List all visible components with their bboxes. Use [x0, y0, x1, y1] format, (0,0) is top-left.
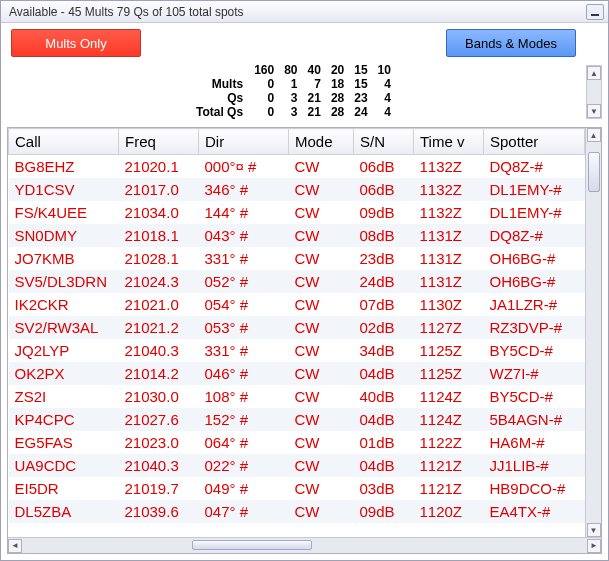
cell-dir: 054° #: [199, 293, 289, 316]
table-row[interactable]: EG5FAS21023.0064° #CW01dB1122ZHA6M-#: [9, 431, 585, 454]
bands-modes-button[interactable]: Bands & Modes: [446, 29, 576, 57]
cell-mode: CW: [289, 270, 354, 293]
column-header[interactable]: Freq: [119, 129, 199, 155]
cell-freq: 21021.0: [119, 293, 199, 316]
cell-dir: 108° #: [199, 385, 289, 408]
table-row[interactable]: KP4CPC21027.6152° #CW04dB1124Z5B4AGN-#: [9, 408, 585, 431]
scroll-down-icon[interactable]: ▼: [587, 104, 601, 118]
scroll-down-icon[interactable]: ▼: [587, 523, 601, 537]
scrollbar-track[interactable]: [587, 142, 601, 523]
cell-time: 1131Z: [414, 270, 484, 293]
cell-dir: 052° #: [199, 270, 289, 293]
column-header[interactable]: Spotter: [484, 129, 585, 155]
cell-dir: 152° #: [199, 408, 289, 431]
cell-call: YD1CSV: [9, 178, 119, 201]
column-header[interactable]: Call: [9, 129, 119, 155]
cell-spotter: HB9DCO-#: [484, 477, 585, 500]
cell-call: OK2PX: [9, 362, 119, 385]
summary-cell: 23: [349, 91, 372, 105]
cell-sn: 09dB: [354, 500, 414, 523]
cell-dir: 331° #: [199, 247, 289, 270]
table-row[interactable]: SN0DMY21018.1043° #CW08dB1131ZDQ8Z-#: [9, 224, 585, 247]
table-row[interactable]: JQ2LYP21040.3331° #CW34dB1125ZBY5CD-#: [9, 339, 585, 362]
cell-spotter: OH6BG-#: [484, 247, 585, 270]
summary-cell: 21: [303, 91, 326, 105]
cell-spotter: JA1LZR-#: [484, 293, 585, 316]
scrollbar-thumb[interactable]: [588, 152, 600, 192]
table-row[interactable]: JO7KMB21028.1331° #CW23dB1131ZOH6BG-#: [9, 247, 585, 270]
table-row[interactable]: SV5/DL3DRN21024.3052° #CW24dB1131ZOH6BG-…: [9, 270, 585, 293]
cell-freq: 21019.7: [119, 477, 199, 500]
scrollbar-track[interactable]: [22, 539, 587, 553]
cell-call: EI5DR: [9, 477, 119, 500]
cell-sn: 04dB: [354, 454, 414, 477]
column-header[interactable]: S/N: [354, 129, 414, 155]
band-header: 20: [326, 63, 349, 77]
horizontal-scrollbar[interactable]: ◄ ►: [8, 537, 601, 553]
table-row[interactable]: DL5ZBA21039.6047° #CW09dB1120ZEA4TX-#: [9, 500, 585, 523]
mults-only-button[interactable]: Mults Only: [11, 29, 141, 57]
cell-sn: 34dB: [354, 339, 414, 362]
table-row[interactable]: EI5DR21019.7049° #CW03dB1121ZHB9DCO-#: [9, 477, 585, 500]
scroll-up-icon[interactable]: ▲: [587, 128, 601, 142]
summary-table: 1608040201510Mults01718154Qs032128234Tot…: [191, 63, 396, 119]
summary-cell: 1: [279, 77, 302, 91]
scrollbar-thumb[interactable]: [192, 540, 312, 550]
cell-mode: CW: [289, 293, 354, 316]
table-header-row: CallFreqDirModeS/NTime vSpotter: [9, 129, 585, 155]
cell-mode: CW: [289, 385, 354, 408]
table-row[interactable]: OK2PX21014.2046° #CW04dB1125ZWZ7I-#: [9, 362, 585, 385]
summary-cell: 0: [249, 105, 279, 119]
cell-sn: 23dB: [354, 247, 414, 270]
cell-time: 1132Z: [414, 178, 484, 201]
cell-call: DL5ZBA: [9, 500, 119, 523]
summary-cell: 28: [326, 91, 349, 105]
summary-cell: 4: [373, 91, 396, 105]
cell-spotter: RZ3DVP-#: [484, 316, 585, 339]
summary-cell: 7: [303, 77, 326, 91]
cell-sn: 02dB: [354, 316, 414, 339]
summary-row-label: Total Qs: [191, 105, 249, 119]
window: Available - 45 Mults 79 Qs of 105 total …: [0, 0, 609, 561]
cell-freq: 21040.3: [119, 454, 199, 477]
cell-sn: 04dB: [354, 362, 414, 385]
summary-cell: 3: [279, 91, 302, 105]
cell-call: JO7KMB: [9, 247, 119, 270]
cell-call: UA9CDC: [9, 454, 119, 477]
column-header[interactable]: Mode: [289, 129, 354, 155]
band-header: 40: [303, 63, 326, 77]
cell-dir: 047° #: [199, 500, 289, 523]
table-row[interactable]: IK2CKR21021.0054° #CW07dB1130ZJA1LZR-#: [9, 293, 585, 316]
cell-dir: 046° #: [199, 362, 289, 385]
column-header[interactable]: Time v: [414, 129, 484, 155]
table-row[interactable]: YD1CSV21017.0346° #CW06dB1132ZDL1EMY-#: [9, 178, 585, 201]
table-row[interactable]: SV2/RW3AL21021.2053° #CW02dB1127ZRZ3DVP-…: [9, 316, 585, 339]
cell-time: 1125Z: [414, 362, 484, 385]
cell-mode: CW: [289, 477, 354, 500]
cell-spotter: DL1EMY-#: [484, 178, 585, 201]
cell-mode: CW: [289, 178, 354, 201]
table-row[interactable]: FS/K4UEE21034.0144° #CW09dB1132ZDL1EMY-#: [9, 201, 585, 224]
minimize-button[interactable]: [586, 4, 604, 20]
cell-call: SV2/RW3AL: [9, 316, 119, 339]
cell-spotter: 5B4AGN-#: [484, 408, 585, 431]
cell-spotter: JJ1LIB-#: [484, 454, 585, 477]
summary-cell: 24: [349, 105, 372, 119]
table-row[interactable]: UA9CDC21040.3022° #CW04dB1121ZJJ1LIB-#: [9, 454, 585, 477]
column-header[interactable]: Dir: [199, 129, 289, 155]
scroll-right-icon[interactable]: ►: [587, 539, 601, 553]
table-row[interactable]: BG8EHZ21020.1000°¤ #CW06dB1132ZDQ8Z-#: [9, 155, 585, 179]
svg-rect-0: [591, 14, 599, 16]
cell-freq: 21021.2: [119, 316, 199, 339]
cell-dir: 331° #: [199, 339, 289, 362]
cell-time: 1127Z: [414, 316, 484, 339]
cell-freq: 21018.1: [119, 224, 199, 247]
scroll-left-icon[interactable]: ◄: [8, 539, 22, 553]
scroll-up-icon[interactable]: ▲: [587, 66, 601, 80]
cell-mode: CW: [289, 431, 354, 454]
vertical-scrollbar[interactable]: ▲ ▼: [585, 128, 601, 537]
summary-scrollbar[interactable]: ▲ ▼: [586, 65, 602, 119]
cell-spotter: WZ7I-#: [484, 362, 585, 385]
cell-sn: 08dB: [354, 224, 414, 247]
table-row[interactable]: ZS2I21030.0108° #CW40dB1124ZBY5CD-#: [9, 385, 585, 408]
